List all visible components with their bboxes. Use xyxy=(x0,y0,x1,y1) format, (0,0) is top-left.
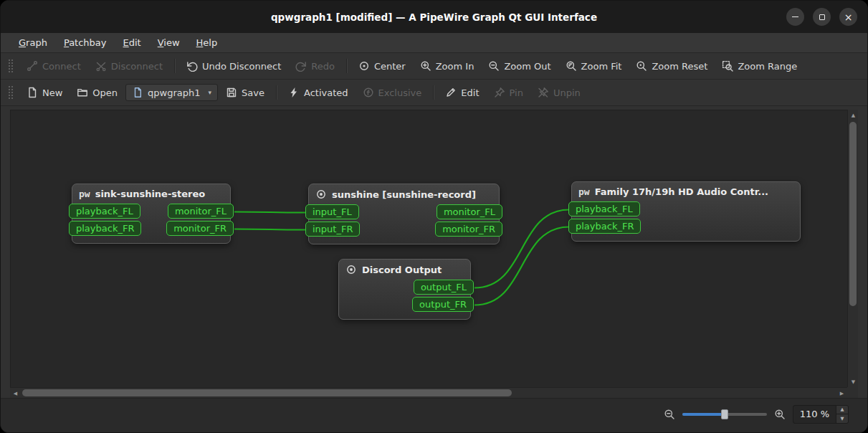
center-button[interactable]: Center xyxy=(352,57,412,75)
vertical-scroll-thumb[interactable] xyxy=(849,122,857,306)
port-output_FL[interactable]: output_FL xyxy=(414,280,474,295)
menu-patchbay[interactable]: Patchbay xyxy=(57,35,113,50)
connection-wire[interactable] xyxy=(234,212,306,213)
port-monitor_FR[interactable]: monitor_FR xyxy=(166,221,234,236)
zoom-spinbox[interactable]: 110 % ▲ ▼ xyxy=(793,405,849,424)
node-family[interactable]: pwFamily 17h/19h HD Audio Contr...playba… xyxy=(571,181,801,242)
minimize-button[interactable] xyxy=(786,8,804,26)
save-button[interactable]: Save xyxy=(219,83,271,102)
node-title-text: Family 17h/19h HD Audio Contr... xyxy=(595,186,768,197)
toolbar-handle[interactable] xyxy=(8,59,13,73)
port-output_FR[interactable]: output_FR xyxy=(412,297,474,312)
zoom-range-button[interactable]: Zoom Range xyxy=(715,57,803,75)
app-window: qpwgraph1 [modified] — A PipeWire Graph … xyxy=(0,0,868,433)
toolbar-handle[interactable] xyxy=(8,85,13,100)
maximize-button[interactable] xyxy=(813,8,831,26)
button-label: Exclusive xyxy=(378,87,422,98)
zoom-slider[interactable] xyxy=(682,409,767,420)
toolbar-separator xyxy=(174,59,175,73)
titlebar[interactable]: qpwgraph1 [modified] — A PipeWire Graph … xyxy=(1,1,867,33)
zoom-out-icon xyxy=(488,60,500,72)
redo-icon xyxy=(295,60,307,72)
vertical-scroll-track[interactable] xyxy=(848,120,858,376)
undo-disconnect-button[interactable]: Undo Disconnect xyxy=(180,57,287,75)
bolt-icon xyxy=(288,87,300,98)
node-icon xyxy=(345,264,357,275)
central-area: pwsink-sunshine-stereoplayback_FLmonitor… xyxy=(1,106,867,398)
button-label: Zoom Range xyxy=(738,61,797,72)
button-label: Disconnect xyxy=(111,61,163,72)
node-sunshine[interactable]: sunshine [sunshine-record]input_FLmonito… xyxy=(308,184,500,244)
horizontal-scroll-track[interactable] xyxy=(21,388,836,398)
port-monitor_FL[interactable]: monitor_FL xyxy=(168,204,234,219)
node-sink[interactable]: pwsink-sunshine-stereoplayback_FLmonitor… xyxy=(72,184,231,244)
zoom-fit-button[interactable]: Zoom Fit xyxy=(559,57,629,75)
node-icon xyxy=(315,189,327,200)
button-label: Unpin xyxy=(553,87,581,98)
menu-edit[interactable]: Edit xyxy=(117,35,148,50)
horizontal-scrollbar[interactable]: ◀ ▶ xyxy=(10,387,847,398)
dropdown-arrow-icon: ▾ xyxy=(209,89,212,96)
port-row: output_FR xyxy=(339,297,470,312)
scroll-right-arrow-icon[interactable]: ▶ xyxy=(836,388,847,399)
graph-canvas[interactable]: pwsink-sunshine-stereoplayback_FLmonitor… xyxy=(10,110,847,387)
zoom-range-icon xyxy=(722,60,733,72)
open-button[interactable]: Open xyxy=(70,83,124,102)
port-playback_FL[interactable]: playback_FL xyxy=(568,201,640,217)
toolbar-separator xyxy=(346,59,347,73)
scroll-down-arrow-icon[interactable]: ▼ xyxy=(848,376,859,387)
zoom-in-button[interactable]: Zoom In xyxy=(414,57,481,75)
scroll-up-arrow-icon[interactable]: ▲ xyxy=(848,110,859,120)
zoom-reset-button[interactable]: Zoom Reset xyxy=(629,57,714,75)
menu-graph[interactable]: Graph xyxy=(12,35,54,50)
zoom-fit-icon xyxy=(566,60,577,72)
zoom-out-icon xyxy=(664,409,675,420)
horizontal-scroll-thumb[interactable] xyxy=(22,389,512,396)
menu-help[interactable]: Help xyxy=(190,35,224,50)
port-playback_FR[interactable]: playback_FR xyxy=(69,221,141,236)
disconnect-icon xyxy=(95,60,107,72)
activated-button[interactable]: Activated xyxy=(282,83,355,102)
slider-handle[interactable] xyxy=(721,409,728,419)
window-controls: × xyxy=(786,1,857,33)
port-input_FL[interactable]: input_FL xyxy=(305,204,359,219)
zoom-out-button[interactable]: Zoom Out xyxy=(482,57,557,75)
zoom-in-icon xyxy=(774,409,786,420)
port-input_FR[interactable]: input_FR xyxy=(305,222,360,237)
pin-icon xyxy=(494,87,505,98)
port-monitor_FL[interactable]: monitor_FL xyxy=(437,204,502,219)
spin-arrows: ▲ ▼ xyxy=(836,406,848,423)
vertical-scrollbar[interactable]: ▲ ▼ xyxy=(847,110,858,387)
port-row: playback_FL xyxy=(572,201,800,217)
open-icon xyxy=(77,87,88,98)
port-row: playback_FR xyxy=(572,219,800,234)
maximize-icon xyxy=(819,14,825,20)
pipewire-icon: pw xyxy=(578,186,590,197)
spin-up-button[interactable]: ▲ xyxy=(836,406,848,415)
close-button[interactable]: × xyxy=(839,8,857,26)
save-icon xyxy=(226,87,237,98)
port-playback_FL[interactable]: playback_FL xyxy=(69,204,140,219)
statusbar: 110 % ▲ ▼ xyxy=(1,398,867,432)
center-icon xyxy=(358,60,370,72)
port-playback_FR[interactable]: playback_FR xyxy=(568,219,641,234)
connection-wire[interactable] xyxy=(234,229,306,230)
edit-button[interactable]: Edit xyxy=(439,83,485,102)
button-label: Pin xyxy=(510,87,523,98)
zoom-in-icon xyxy=(420,60,431,72)
button-label: Zoom Out xyxy=(504,61,550,72)
node-title-text: Discord Output xyxy=(362,265,442,275)
scroll-left-arrow-icon[interactable]: ◀ xyxy=(10,388,21,399)
unpin-button: Unpin xyxy=(531,83,587,102)
connection-wires xyxy=(11,110,847,387)
patchbay-file-selector[interactable]: qpwgraph1▾ xyxy=(125,84,218,101)
spin-down-button[interactable]: ▼ xyxy=(836,414,848,423)
port-row: input_FRmonitor_FR xyxy=(309,222,499,237)
new-button[interactable]: New xyxy=(20,83,69,102)
button-label: Redo xyxy=(311,61,335,72)
menu-view[interactable]: View xyxy=(151,35,186,50)
unpin-icon xyxy=(538,87,549,98)
node-discord[interactable]: Discord Outputoutput_FLoutput_FR xyxy=(338,259,471,320)
port-row: playback_FLmonitor_FL xyxy=(72,204,230,219)
port-monitor_FR[interactable]: monitor_FR xyxy=(435,222,502,237)
